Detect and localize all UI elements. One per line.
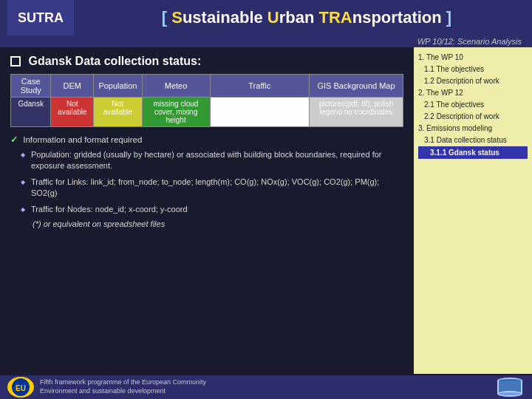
- menu-item-7[interactable]: 3.1 Data collection status: [418, 134, 528, 146]
- cell-case-study: Gdansk: [11, 98, 51, 127]
- menu-item-5[interactable]: 2.2 Description of work: [418, 111, 528, 122]
- bullet-item-2: Traffic for Links: link_id; from_node; t…: [22, 177, 403, 200]
- slide: SUTRA [ Sustainable Urban TRAnsportation…: [0, 0, 532, 399]
- header-title: [ Sustainable Urban TRAnsportation ]: [89, 8, 525, 27]
- title-ustainable: ustainable: [183, 8, 267, 27]
- footer-line1: Fifth framework programme of the Europea…: [40, 378, 206, 387]
- col-header-traffic: Traffic: [210, 75, 309, 98]
- main-content: Gdansk Data collection status: Case Stud…: [0, 47, 532, 374]
- subtitle-text: WP 10/12: Scenario Analysis: [417, 37, 522, 46]
- spreadsheet-note: (*) or equivalent on spreadsheet files: [33, 219, 403, 228]
- bullet-item-3: Traffic for Nodes: node_id; x-coord; y-c…: [22, 204, 403, 215]
- title-u: U: [267, 8, 279, 27]
- title-s: S: [171, 8, 183, 27]
- data-table: Case Study DEM Population Meteo Traffic …: [10, 74, 403, 127]
- eu-logo-icon: EU: [10, 377, 31, 398]
- cell-gis: pictures(pdf, tif), polish legend no coo…: [310, 98, 403, 127]
- menu-item-4[interactable]: 2.1 The objectives: [418, 99, 528, 110]
- menu-item-2[interactable]: 1.2 Description of work: [418, 75, 528, 86]
- section-title: Gdansk Data collection status:: [10, 55, 403, 68]
- svg-text:EU: EU: [16, 384, 26, 392]
- menu-item-8[interactable]: 3.1.1 Gdansk status: [418, 146, 528, 159]
- bullet-text-1: Population: gridded (usually by hectare)…: [31, 150, 382, 170]
- bullet-text-2: Traffic for Links: link_id; from_node; t…: [31, 177, 379, 197]
- info-main-text: Information and format required: [23, 135, 142, 144]
- bracket-close: ]: [442, 8, 451, 27]
- footer-text: Fifth framework programme of the Europea…: [40, 378, 206, 395]
- col-header-meteo: Meteo: [142, 75, 210, 98]
- left-panel: Gdansk Data collection status: Case Stud…: [0, 47, 414, 374]
- section-title-text: Gdansk Data collection status:: [28, 55, 201, 67]
- col-header-population: Population: [94, 75, 142, 98]
- title-tra: TRA: [319, 8, 352, 27]
- right-panel: 1. The WP 10 1.1 The objectives 1.2 Desc…: [414, 47, 532, 374]
- footer-db-icon: [495, 377, 525, 398]
- cell-traffic: network geometry only missing emission v…: [210, 98, 309, 127]
- checkbox-icon: [10, 56, 21, 66]
- bullet-item-1: Population: gridded (usually by hectare)…: [22, 149, 403, 172]
- check-icon: ✓: [10, 135, 18, 144]
- bullet-text-3: Traffic for Nodes: node_id; x-coord; y-c…: [31, 205, 188, 214]
- table-row: Gdansk Not available Not available missi…: [11, 98, 403, 127]
- col-header-case: Case Study: [11, 75, 51, 98]
- col-header-dem: DEM: [51, 75, 94, 98]
- sutra-label: SUTRA: [7, 0, 74, 35]
- title-nsportation: nsportation: [352, 8, 442, 27]
- menu-item-0[interactable]: 1. The WP 10: [418, 52, 528, 63]
- cell-meteo: missing cloud cover, mixing height: [142, 98, 210, 127]
- footer-line2: Environment and sustainable development: [40, 387, 206, 396]
- subtitle-bar: WP 10/12: Scenario Analysis: [0, 35, 532, 47]
- cell-dem: Not available: [51, 98, 94, 127]
- footer-logo: EU: [7, 377, 34, 398]
- bracket-open: [: [162, 8, 171, 27]
- menu-item-3[interactable]: 2. The WP 12: [418, 87, 528, 98]
- menu-item-1[interactable]: 1.1 The objectives: [418, 64, 528, 75]
- db-stack: [497, 379, 522, 395]
- footer: EU Fifth framework programme of the Euro…: [0, 375, 532, 399]
- cell-population: Not available: [94, 98, 142, 127]
- table-header-row: Case Study DEM Population Meteo Traffic …: [11, 75, 403, 98]
- info-section: ✓ Information and format required Popula…: [10, 134, 403, 228]
- col-header-gis: GIS Background Map: [310, 75, 403, 98]
- db-disk-bottom: [497, 391, 522, 397]
- menu-item-6[interactable]: 3. Emissions modeling: [418, 123, 528, 134]
- header: SUTRA [ Sustainable Urban TRAnsportation…: [0, 0, 532, 35]
- info-main: ✓ Information and format required: [10, 134, 403, 145]
- title-rban: rban: [279, 8, 319, 27]
